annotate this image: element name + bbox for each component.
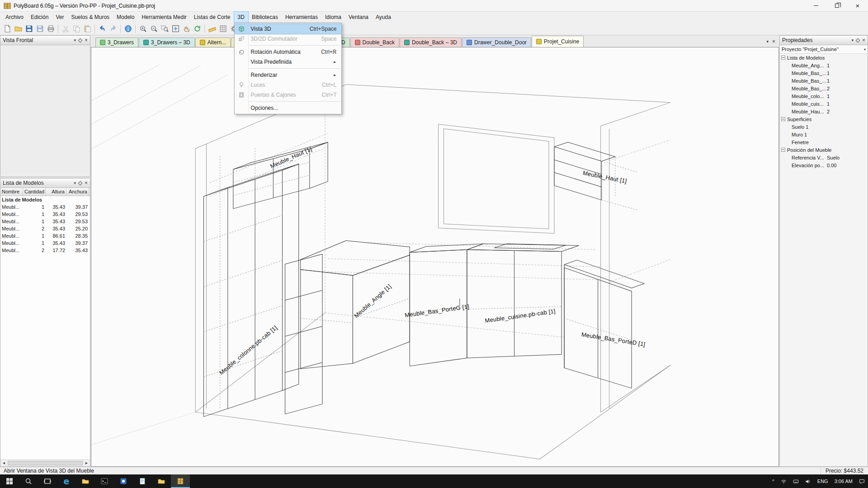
zoom-extents-icon[interactable] [170, 23, 181, 34]
column-header[interactable]: Altura [46, 188, 66, 196]
tree-item[interactable]: Meuble_Ang...1 [780, 61, 868, 69]
tree-item[interactable]: Meuble_colo...1 [780, 92, 868, 100]
table-row[interactable]: Meubl...135.4339.37 [0, 204, 90, 211]
panel-close-icon[interactable]: × [862, 37, 865, 43]
tab-double-back-3d[interactable]: Double_Back – 3D [400, 38, 462, 47]
menu-item-renderizar[interactable]: Renderizar ► [235, 70, 341, 80]
documents-folder-button[interactable] [152, 474, 171, 488]
network-icon[interactable] [778, 474, 790, 488]
table-row[interactable]: Meubl...135.4329.53 [0, 211, 90, 218]
column-header[interactable]: Anchura [66, 188, 89, 196]
edge-button[interactable]: e [57, 474, 76, 488]
measure-icon[interactable] [207, 23, 217, 34]
tree-group-superficies[interactable]: Superficies [780, 115, 868, 123]
close-button[interactable]: × [847, 0, 868, 11]
save-icon[interactable] [24, 23, 34, 34]
tree-item[interactable]: Meuble_cuis...1 [780, 100, 868, 108]
collapse-icon[interactable] [781, 117, 785, 121]
restore-button[interactable] [826, 0, 847, 11]
menu-archivo[interactable]: Archivo [2, 12, 27, 23]
task-view-button[interactable] [38, 474, 57, 488]
undo-icon[interactable] [97, 23, 108, 34]
tray-expand-icon[interactable]: ^ [769, 474, 778, 488]
table-row[interactable]: Meubl...135.4339.37 [0, 240, 90, 247]
tree-item[interactable]: Meuble_Bas_...2 [780, 84, 868, 92]
menu-item-rotacion-automatica[interactable]: Rotación Automática Ctrl+R [235, 47, 341, 57]
new-icon[interactable] [2, 23, 13, 34]
pin-icon[interactable] [856, 38, 860, 42]
tab-double-back[interactable]: Double_Back [350, 38, 399, 47]
start-button[interactable] [0, 474, 19, 488]
touch-keyboard-icon[interactable] [790, 474, 802, 488]
tree-item[interactable]: Muro 1 [780, 131, 868, 138]
info-icon[interactable] [123, 23, 133, 34]
project-selector[interactable]: Proyecto "Projet_Cuisine" ▾ [780, 45, 868, 54]
open-icon[interactable] [13, 23, 24, 34]
3d-viewport[interactable]: Meuble_Haut [1] Meuble_Haut [1] Meuble_A… [91, 47, 779, 467]
terminal-button[interactable] [95, 474, 114, 488]
zoom-in-icon[interactable] [137, 23, 148, 34]
pin-icon[interactable] [78, 38, 83, 42]
tree-item[interactable]: Meuble_Hau...2 [780, 108, 868, 115]
tab-list-dropdown-icon[interactable]: ▾ [766, 39, 769, 44]
tree-item[interactable]: Elevación po...0.00 [780, 161, 868, 169]
collapse-icon[interactable] [781, 148, 785, 152]
models-group-row[interactable]: Lista de Modelos [0, 196, 90, 204]
action-center-icon[interactable] [856, 474, 868, 488]
pin-icon[interactable] [78, 181, 83, 185]
file-explorer-button[interactable] [76, 474, 95, 488]
panel-close-icon[interactable]: × [85, 180, 88, 186]
horizontal-scrollbar[interactable]: ◀ ▶ [0, 460, 90, 466]
panel-menu-icon[interactable]: ▾ [74, 181, 76, 185]
menu-ver[interactable]: Ver [52, 12, 67, 23]
tree-item[interactable]: Referencia V...Suelo [780, 154, 868, 161]
tree-item[interactable]: Suelo 1 [780, 123, 868, 131]
menu-item-vista-predefinida[interactable]: Vista Predefinida ► [235, 57, 341, 67]
collapse-icon[interactable] [781, 56, 785, 60]
minimize-button[interactable] [806, 0, 826, 11]
refresh-icon[interactable] [192, 23, 203, 34]
tree-group-lista-modelos[interactable]: Lista de Modelos [780, 54, 868, 61]
menu-herramientas[interactable]: Herramientas [282, 12, 321, 23]
scroll-right-icon[interactable]: ▶ [83, 460, 90, 466]
menu-suelos-muros[interactable]: Suelos & Muros [67, 12, 113, 23]
table-row[interactable]: Meubl...186.6128.35 [0, 233, 90, 240]
menu-3d[interactable]: 3D Vista 3D Ctrl+Space 3D/2D Conmutador … [234, 12, 248, 23]
column-header[interactable]: Cantidad [23, 188, 46, 196]
tab-projet-cuisine[interactable]: Projet_Cuisine [532, 36, 584, 47]
tab-3-drawers[interactable]: 3_Drawers [95, 38, 138, 47]
menu-herramienta-medir[interactable]: Herramienta Medir [138, 12, 190, 23]
table-row[interactable]: Meubl...135.4329.53 [0, 218, 90, 225]
tree-item[interactable]: Meuble_Bas_...1 [780, 69, 868, 77]
tree-group-posicion-mueble[interactable]: Posición del Mueble [780, 146, 868, 154]
menu-item-vista-3d[interactable]: Vista 3D Ctrl+Space [235, 24, 341, 34]
zoom-window-icon[interactable] [159, 23, 170, 34]
panel-menu-icon[interactable]: ▾ [851, 38, 854, 42]
volume-icon[interactable] [802, 474, 814, 488]
table-row[interactable]: Meubl...235.4325.20 [0, 225, 90, 233]
pan-icon[interactable] [181, 23, 192, 34]
clock[interactable]: 3:06 AM [831, 474, 856, 488]
polyboard-taskbar-button[interactable] [171, 474, 190, 488]
menu-edicion[interactable]: Edición [27, 12, 52, 23]
tab-drawer-double-door[interactable]: Drawer_Double_Door [462, 38, 531, 47]
panel-close-icon[interactable]: × [85, 37, 88, 43]
tab-altern[interactable]: Altern... [195, 38, 231, 47]
menu-item-opciones[interactable]: Opciones... [235, 103, 341, 113]
print-icon[interactable] [45, 23, 56, 34]
menu-listas-corte[interactable]: Listas de Corte [190, 12, 234, 23]
taskbar-search-button[interactable] [19, 474, 38, 488]
zoom-out-icon[interactable] [148, 23, 159, 34]
grid-icon[interactable] [217, 23, 228, 34]
menu-idioma[interactable]: Idioma [321, 12, 345, 23]
blue-app-button[interactable] [114, 474, 133, 488]
menu-modelo[interactable]: Modelo [113, 12, 138, 23]
tab-close-icon[interactable]: × [772, 38, 775, 45]
column-header[interactable]: Nombre [0, 188, 23, 196]
scrollbar-thumb[interactable] [8, 461, 83, 465]
panel-menu-icon[interactable]: ▾ [74, 38, 76, 42]
menu-ayuda[interactable]: Ayuda [372, 12, 395, 23]
scroll-left-icon[interactable]: ◀ [0, 460, 7, 466]
tree-item[interactable]: Meuble_Bas_...1 [780, 77, 868, 84]
tab-3-drawers-3d[interactable]: 3_Drawers – 3D [139, 38, 195, 47]
